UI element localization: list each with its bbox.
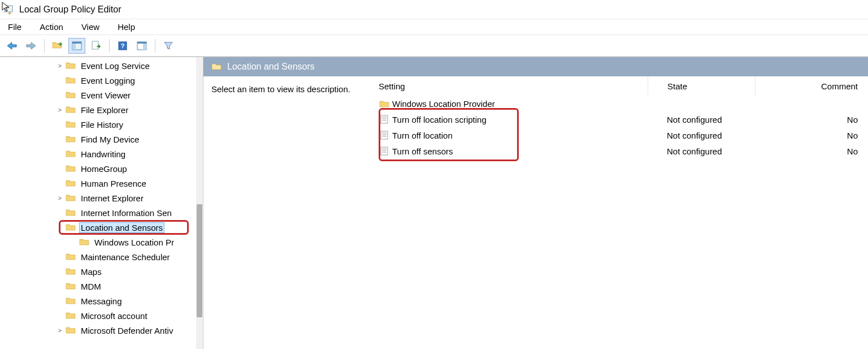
folder-icon [66, 179, 76, 188]
tree-item-label: HomeGroup [79, 163, 129, 174]
tree-item[interactable]: >MDM [0, 279, 196, 294]
tree-item[interactable]: >Handwriting [0, 147, 196, 161]
tree-item-label: Maps [79, 266, 103, 277]
setting-comment: No [755, 131, 868, 140]
tree-item[interactable]: >Maps [0, 264, 196, 279]
folder-icon [66, 267, 76, 277]
tree-item-label: Messaging [79, 296, 124, 307]
content-pane: Location and Sensors Select an item to v… [203, 57, 868, 349]
menu-view[interactable]: View [79, 21, 102, 33]
menu-file[interactable]: File [6, 21, 24, 33]
up-button[interactable] [49, 38, 66, 54]
tree-item-label: Handwriting [79, 149, 127, 160]
tree-item-label: Event Log Service [79, 61, 151, 71]
tree-item[interactable]: >File History [0, 117, 196, 132]
tree-item[interactable]: >Location and Sensors [0, 220, 196, 235]
setting-comment: No [755, 115, 868, 124]
setting-name: Turn off location scripting [392, 115, 487, 124]
setting-comment: No [755, 147, 868, 156]
tree-item[interactable]: >Maintenance Scheduler [0, 249, 196, 264]
folder-icon [66, 208, 76, 218]
toggle-tree-button[interactable] [68, 38, 85, 54]
tree-item[interactable]: >Windows Location Pr [0, 235, 196, 249]
tree-item[interactable]: >Messaging [0, 294, 196, 308]
back-button[interactable] [3, 38, 20, 54]
tree: >Event Log Service>Event Logging>Event V… [0, 57, 196, 338]
tree-item-label: Event Viewer [79, 90, 132, 101]
settings-row[interactable]: Turn off location scriptingNot configure… [379, 111, 868, 127]
toolbar: ? [0, 35, 868, 57]
action-pane-button[interactable] [133, 38, 150, 54]
setting-state: Not configured [648, 115, 755, 124]
menu-help[interactable]: Help [115, 21, 137, 33]
policy-icon [379, 131, 390, 140]
menubar: File Action View Help [0, 19, 868, 35]
folder-icon [66, 252, 76, 262]
tree-item[interactable]: >Event Log Service [0, 58, 196, 73]
tree-item-label: Human Presence [79, 178, 148, 189]
tree-item-label: MDM [79, 281, 103, 292]
column-header-state[interactable]: State [648, 76, 755, 96]
folder-icon [66, 120, 76, 130]
app-icon [3, 4, 15, 15]
folder-icon [66, 149, 76, 159]
folder-icon [66, 164, 76, 174]
description-column: Select an item to view its description. [203, 76, 379, 349]
settings-row[interactable]: Turn off sensorsNot configuredNo [379, 143, 868, 159]
tree-item-label: Internet Information Sen [79, 208, 173, 218]
folder-icon [66, 91, 76, 100]
expander-icon[interactable]: > [54, 327, 66, 334]
svg-rect-8 [72, 44, 76, 50]
tree-item-label: File History [79, 119, 125, 130]
policy-icon [379, 115, 390, 124]
filter-button[interactable] [160, 38, 177, 54]
tree-item-label: Find My Device [79, 134, 141, 145]
tree-item-label: Windows Location Pr [93, 237, 176, 248]
folder-icon [379, 100, 390, 107]
folder-icon [66, 61, 76, 71]
tree-item[interactable]: >Microsoft account [0, 308, 196, 323]
column-header-setting[interactable]: Setting [379, 81, 648, 91]
tree-item[interactable]: >File Explorer [0, 102, 196, 117]
content-header: Location and Sensors [203, 57, 868, 76]
tree-item-label: Microsoft Defender Antiv [79, 325, 175, 336]
tree-item[interactable]: >Find My Device [0, 132, 196, 147]
tree-item[interactable]: >Human Presence [0, 176, 196, 191]
svg-rect-9 [92, 41, 98, 49]
help-button[interactable]: ? [114, 38, 131, 54]
tree-item-label: Internet Explorer [79, 193, 145, 204]
svg-text:?: ? [121, 42, 125, 49]
folder-icon [66, 296, 76, 306]
forward-button[interactable] [23, 38, 40, 54]
settings-row[interactable]: Turn off locationNot configuredNo [379, 127, 868, 143]
columns-header: Setting State Comment [379, 76, 868, 96]
settings-row[interactable]: Windows Location Provider [379, 96, 868, 111]
folder-icon [66, 105, 76, 115]
tree-item[interactable]: >Internet Explorer [0, 191, 196, 205]
folder-icon [66, 311, 76, 321]
tree-item[interactable]: >HomeGroup [0, 161, 196, 176]
tree-item[interactable]: >Event Logging [0, 73, 196, 88]
tree-scrollbar[interactable] [196, 57, 203, 349]
svg-rect-4 [5, 6, 12, 12]
tree-item[interactable]: >Internet Information Sen [0, 205, 196, 220]
policy-icon [379, 147, 390, 156]
folder-icon [66, 135, 76, 144]
folder-icon [66, 326, 76, 335]
export-button[interactable] [88, 38, 105, 54]
tree-item[interactable]: >Microsoft Defender Antiv [0, 323, 196, 338]
svg-rect-13 [137, 42, 146, 44]
tree-item-label: Microsoft account [79, 311, 149, 321]
folder-icon [66, 193, 76, 203]
tree-item[interactable]: >Event Viewer [0, 88, 196, 102]
expander-icon[interactable]: > [54, 195, 66, 201]
setting-name: Turn off location [392, 131, 453, 140]
description-prompt: Select an item to view its description. [211, 84, 350, 94]
tree-pane: >Event Log Service>Event Logging>Event V… [0, 57, 203, 349]
expander-icon[interactable]: > [54, 62, 66, 69]
column-header-comment[interactable]: Comment [755, 76, 868, 96]
setting-name: Windows Location Provider [392, 99, 495, 109]
tree-item-label: File Explorer [79, 105, 130, 115]
menu-action[interactable]: Action [37, 21, 66, 33]
expander-icon[interactable]: > [54, 106, 66, 113]
